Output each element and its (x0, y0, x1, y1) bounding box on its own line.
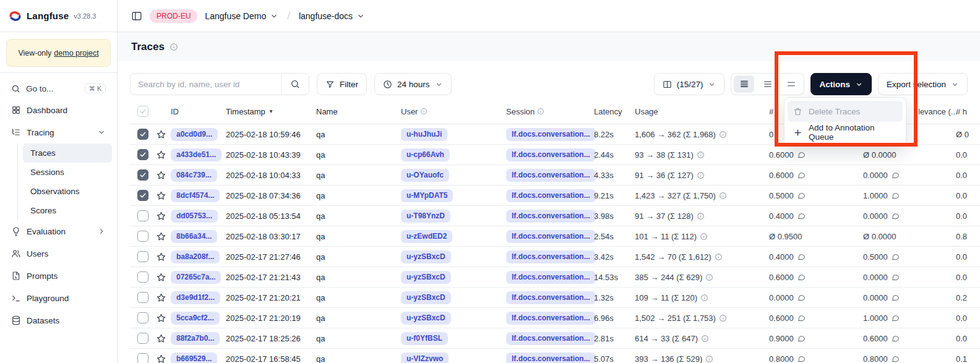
session-badge[interactable]: lf.docs.conversation... (506, 332, 596, 345)
user-badge[interactable]: u-yzSBxcD (401, 271, 451, 284)
filter-button[interactable]: Filter (317, 73, 367, 95)
sidebar-item-dashboard[interactable]: Dashboard (5, 99, 112, 121)
info-icon[interactable] (170, 43, 178, 51)
session-badge[interactable]: lf.docs.conversation... (506, 312, 596, 325)
sidebar-item-datasets[interactable]: Datasets (5, 309, 112, 331)
session-badge[interactable]: lf.docs.conversation... (506, 210, 596, 223)
row-checkbox[interactable] (137, 353, 148, 363)
time-range-button[interactable]: 24 hours (374, 73, 452, 95)
trace-id-badge[interactable]: 084c739... (171, 169, 217, 182)
favorite-star-icon[interactable] (156, 165, 166, 185)
actions-button[interactable]: Actions (810, 73, 872, 95)
select-all-checkbox[interactable] (137, 106, 148, 117)
column-header-name[interactable]: Name (316, 99, 338, 124)
column-visibility-button[interactable]: (15/27) (654, 73, 725, 95)
table-row[interactable]: 88f2a7b0... 2025-02-17 18:25:26 qa u-f0Y… (130, 328, 980, 349)
row-checkbox[interactable] (137, 231, 148, 242)
trace-id-badge[interactable]: ba8a208f... (171, 250, 220, 263)
score-column-header-fragment[interactable]: # (769, 99, 773, 124)
favorite-star-icon[interactable] (156, 328, 166, 348)
sidebar-item-tracing[interactable]: Tracing (5, 121, 112, 143)
search-input[interactable] (131, 74, 281, 95)
table-row[interactable]: a433de51... 2025-02-18 10:43:39 qa u-cp6… (130, 145, 980, 165)
goto-search[interactable]: Go to... ⌘ K (5, 78, 112, 99)
user-badge[interactable]: u-yzSBxcD (401, 250, 451, 263)
trace-id-badge[interactable]: 8b66a34... (171, 230, 217, 243)
favorite-star-icon[interactable] (156, 247, 166, 267)
session-badge[interactable]: lf.docs.conversation... (506, 169, 596, 182)
sidebar-item-observations[interactable]: Observations (23, 182, 112, 201)
score-column-header-fragment[interactable]: # h (956, 99, 967, 124)
sidebar-item-evaluation[interactable]: Evaluation (5, 220, 112, 242)
menu-item-delete-traces[interactable]: Delete Traces (788, 101, 903, 122)
user-badge[interactable]: u-zEwdED2 (401, 230, 452, 243)
menu-item-add-to-annotation-queue[interactable]: Add to Annotation Queue (788, 122, 903, 143)
row-checkbox[interactable] (137, 333, 148, 344)
session-badge[interactable]: lf.docs.conversation... (506, 352, 596, 363)
table-row[interactable]: b669529... 2025-02-17 16:58:45 qa u-VIZz… (130, 349, 980, 363)
session-badge[interactable]: lf.docs.conversation... (506, 148, 596, 161)
user-badge[interactable]: u-huJhuJi (401, 128, 447, 141)
trace-id-badge[interactable]: d3e9d1f2... (171, 291, 220, 304)
row-height-small-icon[interactable] (734, 75, 754, 93)
session-badge[interactable]: lf.docs.conversation... (506, 291, 596, 304)
project-switcher[interactable]: langfuse-docs (299, 11, 365, 21)
column-header-session[interactable]: Session (506, 99, 544, 124)
row-checkbox[interactable] (137, 271, 148, 283)
column-header-latency[interactable]: Latency (594, 99, 622, 124)
trace-id-badge[interactable]: 5cca9cf2... (171, 312, 220, 325)
favorite-star-icon[interactable] (156, 226, 166, 246)
trace-id-badge[interactable]: 8dcf4574... (171, 189, 220, 202)
panel-left-icon[interactable] (131, 11, 142, 22)
favorite-star-icon[interactable] (156, 267, 166, 287)
column-header-usage[interactable]: Usage (635, 99, 658, 124)
trace-id-badge[interactable]: a433de51... (171, 148, 221, 161)
favorite-star-icon[interactable] (156, 349, 166, 363)
session-badge[interactable]: lf.docs.conversation... (506, 128, 596, 141)
favorite-star-icon[interactable] (156, 308, 166, 328)
user-badge[interactable]: u-MYpDAT5 (401, 189, 453, 202)
user-badge[interactable]: u-yzSBxcD (401, 291, 451, 304)
table-row[interactable]: 07265c7a... 2025-02-17 21:21:43 qa u-yzS… (130, 267, 980, 288)
export-selection-button[interactable]: Export selection (878, 73, 968, 95)
trace-id-badge[interactable]: b669529... (171, 352, 217, 363)
demo-project-link[interactable]: demo project (54, 49, 98, 58)
column-header-user[interactable]: User (401, 99, 428, 124)
row-checkbox[interactable] (137, 251, 148, 262)
session-badge[interactable]: lf.docs.conversation... (506, 271, 596, 284)
table-row[interactable]: 084c739... 2025-02-18 10:04:33 qa u-OYau… (130, 165, 980, 186)
session-badge[interactable]: lf.docs.conversation... (506, 189, 596, 202)
sidebar-item-prompts[interactable]: Prompts (5, 265, 112, 287)
row-checkbox[interactable] (137, 292, 148, 303)
row-checkbox[interactable] (137, 312, 148, 323)
table-row[interactable]: 8dcf4574... 2025-02-18 07:34:36 qa u-MYp… (130, 186, 980, 206)
row-height-large-icon[interactable] (781, 75, 801, 93)
trace-id-badge[interactable]: 88f2a7b0... (171, 332, 220, 345)
user-badge[interactable]: u-T98YnzD (401, 210, 450, 223)
session-badge[interactable]: lf.docs.conversation... (506, 250, 596, 263)
row-checkbox[interactable] (137, 129, 148, 140)
user-badge[interactable]: u-cp66Avh (401, 148, 450, 161)
favorite-star-icon[interactable] (156, 186, 166, 205)
org-switcher[interactable]: Langfuse Demo (205, 11, 278, 21)
trace-id-badge[interactable]: a0cd0d9... (171, 128, 218, 141)
table-row[interactable]: d3e9d1f2... 2025-02-17 21:20:21 qa u-yzS… (130, 288, 980, 308)
sidebar-item-scores[interactable]: Scores (23, 201, 112, 220)
table-row[interactable]: 8b66a34... 2025-02-18 03:30:17 qa u-zEwd… (130, 226, 980, 247)
user-badge[interactable]: u-yzSBxcD (401, 312, 451, 325)
row-checkbox[interactable] (137, 169, 148, 181)
favorite-star-icon[interactable] (156, 206, 166, 226)
user-badge[interactable]: u-f0YfBSL (401, 332, 448, 345)
table-row[interactable]: ba8a208f... 2025-02-17 21:27:46 qa u-yzS… (130, 247, 980, 267)
sidebar-item-users[interactable]: Users (5, 242, 112, 265)
score-column-header-fragment[interactable]: levance (... (918, 99, 958, 124)
favorite-star-icon[interactable] (156, 288, 166, 307)
favorite-star-icon[interactable] (156, 145, 166, 164)
search-icon[interactable] (281, 74, 309, 95)
user-badge[interactable]: u-VIZzvwo (401, 352, 449, 363)
user-badge[interactable]: u-OYauofc (401, 169, 449, 182)
table-row[interactable]: dd05753... 2025-02-18 05:13:54 qa u-T98Y… (130, 206, 980, 226)
column-header-timestamp[interactable]: Timestamp▼ (226, 99, 273, 124)
trace-id-badge[interactable]: dd05753... (171, 210, 218, 223)
column-header-id[interactable]: ID (171, 99, 179, 124)
